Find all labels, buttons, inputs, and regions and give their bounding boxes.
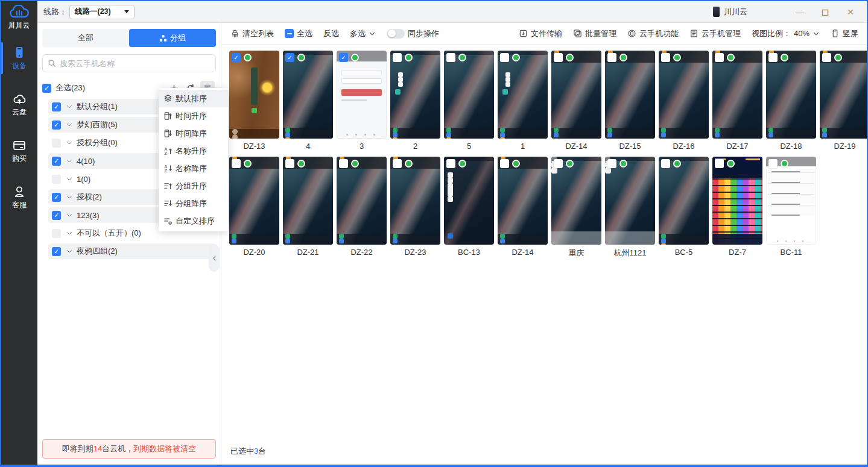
device-card[interactable]: BC-11 [766,157,816,257]
group-checkbox[interactable] [52,229,61,238]
line-select[interactable]: 线路一(23) [69,5,135,19]
sort-menu-item[interactable]: AZ名称升序 [159,142,228,160]
group-row[interactable]: 夜鸦四组(2) [48,243,215,259]
device-checkbox[interactable] [446,159,455,168]
device-checkbox[interactable] [607,53,616,62]
device-card[interactable]: 4 [283,51,333,151]
batch-manage-button[interactable]: 批量管理 [573,28,616,39]
sidebar-item-purchase-card[interactable]: 购买 [1,133,37,169]
device-card[interactable]: DZ-21 [283,157,333,257]
device-checkbox[interactable] [393,53,402,62]
sort-menu-item[interactable]: 时间升序 [159,107,228,125]
device-screenshot[interactable] [766,157,816,245]
device-checkbox[interactable] [339,159,348,168]
device-checkbox[interactable] [232,53,241,62]
device-screenshot[interactable] [337,157,387,245]
chevron-down-icon[interactable] [66,103,73,110]
sort-menu-item[interactable]: 自定义排序 [159,212,228,230]
phone-func-button[interactable]: 云手机功能 [627,28,679,39]
phone-manage-button[interactable]: 云手机管理 [689,28,741,39]
device-screenshot[interactable] [605,157,655,245]
close-button[interactable]: ✕ [841,7,860,17]
device-screenshot[interactable] [390,51,440,139]
select-all-toggle[interactable]: 全选 [285,28,312,39]
chevron-down-icon[interactable] [66,212,73,219]
file-transfer-button[interactable]: 文件传输 [519,28,562,39]
sort-menu-item[interactable]: 分组升序 [159,177,228,195]
device-card[interactable]: DZ-20 [229,157,279,257]
device-screenshot[interactable] [337,51,387,139]
search-box[interactable] [42,54,216,72]
device-card[interactable]: 5 [444,51,494,151]
device-checkbox[interactable] [715,53,724,62]
device-screenshot[interactable] [712,157,762,245]
device-checkbox[interactable] [768,53,778,62]
chevron-down-icon[interactable] [66,248,73,255]
device-screenshot[interactable] [659,51,709,139]
device-card[interactable]: BC-5 [659,157,709,257]
device-card[interactable]: 1 [498,51,548,151]
chevron-down-icon[interactable] [66,121,73,128]
multi-select-dropdown[interactable]: 多选 [350,28,376,39]
device-checkbox[interactable] [393,159,402,168]
device-screenshot[interactable] [605,51,655,139]
device-checkbox[interactable] [607,159,616,168]
device-checkbox[interactable] [446,53,455,62]
sort-menu-item[interactable]: 分组降序 [159,195,228,212]
device-screenshot[interactable] [229,51,279,139]
device-card[interactable]: DZ-15 [605,51,655,151]
device-screenshot[interactable] [283,51,333,139]
sidebar-item-support[interactable]: 客服 [1,179,37,216]
select-all-checkbox[interactable] [42,84,51,93]
sort-menu-item[interactable]: AZ名称降序 [159,160,228,177]
device-checkbox[interactable] [339,53,348,62]
device-card[interactable]: DZ-22 [337,157,387,257]
device-card[interactable]: DZ-13 [229,51,279,151]
device-screenshot[interactable] [498,157,548,245]
device-screenshot[interactable] [498,51,548,139]
view-scale-dropdown[interactable]: 视图比例： 40% [752,28,820,39]
device-card[interactable]: DZ-19 [820,51,868,151]
group-checkbox[interactable] [52,121,61,130]
chevron-down-icon[interactable] [66,157,73,165]
search-input[interactable] [60,59,211,68]
device-checkbox[interactable] [554,53,563,62]
device-checkbox[interactable] [661,53,670,62]
device-card[interactable]: DZ-7 [712,157,762,257]
device-screenshot[interactable] [766,51,816,139]
device-screenshot[interactable] [444,157,494,245]
device-screenshot[interactable] [820,51,868,139]
tab-all[interactable]: 全部 [42,29,129,47]
device-screenshot[interactable] [551,157,601,245]
minimize-button[interactable]: — [791,7,809,17]
device-card[interactable]: DZ-18 [766,51,816,151]
group-checkbox[interactable] [52,175,61,184]
device-checkbox[interactable] [661,159,670,168]
device-card[interactable]: BC-13 [444,157,494,257]
sync-toggle[interactable] [387,29,405,39]
maximize-button[interactable] [816,7,834,17]
chevron-down-icon[interactable] [66,193,73,201]
device-card[interactable]: 2 [390,51,440,151]
invert-select-button[interactable]: 反选 [323,28,339,39]
clear-list-button[interactable]: 清空列表 [230,28,274,39]
device-card[interactable]: 杭州1121 [605,157,655,257]
device-screenshot[interactable] [444,51,494,139]
device-card[interactable]: DZ-17 [712,51,762,151]
device-screenshot[interactable] [712,51,762,139]
chevron-down-icon[interactable] [66,175,73,183]
device-checkbox[interactable] [285,159,294,168]
group-checkbox[interactable] [52,157,61,166]
device-card[interactable]: DZ-23 [390,157,440,257]
sidebar-item-cloud-disk[interactable]: 云盘 [1,86,37,123]
device-screenshot[interactable] [283,157,333,245]
device-screenshot[interactable] [659,157,709,245]
group-checkbox[interactable] [52,211,61,220]
device-checkbox[interactable] [285,53,294,62]
device-checkbox[interactable] [822,53,831,62]
device-card[interactable]: 重庆 [551,157,601,257]
device-card[interactable]: DZ-14 [551,51,601,151]
device-checkbox[interactable] [232,159,241,168]
sort-menu-item[interactable]: 默认排序 [159,90,228,107]
device-checkbox[interactable] [500,53,509,62]
